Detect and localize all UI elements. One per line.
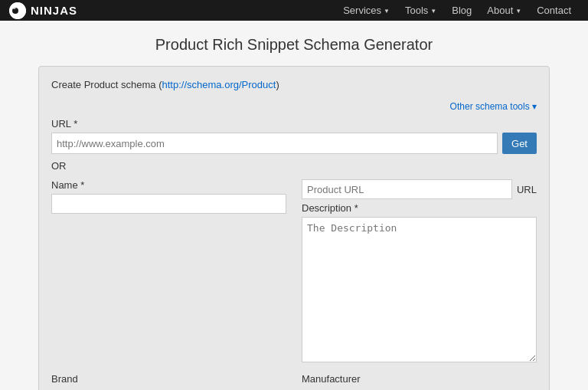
form-container: Create Product schema (http://schema.org…: [38, 66, 550, 390]
get-button[interactable]: Get: [502, 133, 537, 154]
schema-link[interactable]: http://schema.org/Product: [162, 79, 276, 90]
url-row: Get: [51, 133, 537, 154]
url-section: URL * Get: [51, 118, 537, 154]
nav-item-about[interactable]: About ▼: [479, 0, 529, 21]
nav-item-tools[interactable]: Tools ▼: [397, 0, 444, 21]
url-input[interactable]: [51, 133, 498, 154]
description-section: URL Description *: [302, 179, 537, 362]
name-label: Name *: [51, 179, 286, 191]
caret-icon: ▼: [515, 8, 521, 15]
name-input[interactable]: [51, 194, 286, 214]
other-tools-button[interactable]: Other schema tools ▾: [450, 101, 537, 112]
manufacturer-field: Manufacturer: [302, 373, 537, 390]
page-title: Product Rich Snippet Schema Generator: [38, 36, 550, 54]
nav-item-services[interactable]: Services ▼: [335, 0, 397, 21]
product-url-row: URL: [302, 179, 537, 199]
navbar: IM NINJAS Services ▼ Tools ▼ Blog About …: [0, 0, 588, 21]
svg-text:IM: IM: [11, 5, 16, 10]
page-content: Product Rich Snippet Schema Generator Cr…: [26, 21, 562, 390]
url-right-label: URL: [517, 184, 537, 195]
logo[interactable]: IM NINJAS: [9, 2, 77, 19]
or-text: OR: [51, 160, 537, 172]
manufacturer-label: Manufacturer: [302, 373, 537, 385]
caret-icon: ▼: [384, 8, 390, 15]
main-fields: Name * URL Description *: [51, 179, 537, 362]
schema-label: Create Product schema (http://schema.org…: [51, 79, 279, 90]
brand-field: Brand: [51, 373, 286, 390]
nav-links: Services ▼ Tools ▼ Blog About ▼ Contact: [335, 0, 579, 21]
brand-label: Brand: [51, 373, 286, 385]
name-field: Name *: [51, 179, 286, 362]
bottom-two-col: Brand Manufacturer Model Product ID: [51, 373, 537, 390]
description-textarea[interactable]: [302, 217, 537, 362]
other-tools-row: Other schema tools ▾: [51, 100, 537, 112]
description-label: Description *: [302, 202, 537, 214]
bottom-fields: Brand Manufacturer Model Product ID: [51, 373, 537, 390]
nav-item-contact[interactable]: Contact: [529, 0, 579, 21]
logo-icon: IM: [9, 2, 26, 19]
url-label: URL *: [51, 118, 537, 129]
caret-icon: ▼: [430, 8, 436, 15]
schema-link-row: Create Product schema (http://schema.org…: [51, 79, 537, 90]
product-url-input[interactable]: [302, 179, 512, 199]
nav-item-blog[interactable]: Blog: [444, 0, 479, 21]
logo-text: NINJAS: [31, 4, 77, 17]
